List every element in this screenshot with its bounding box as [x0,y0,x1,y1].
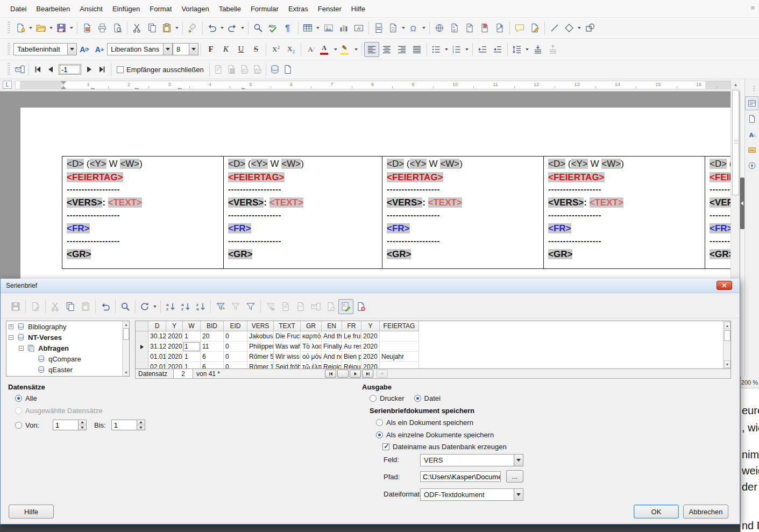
decrease-indent-icon[interactable] [490,42,505,57]
collapse-icon[interactable]: − [9,335,13,340]
chevron-down-icon[interactable] [402,27,405,29]
scroll-up-icon[interactable]: ▲ [724,322,730,329]
grid-cell[interactable]: Römer 1: [247,362,274,369]
checkbox-icon[interactable] [117,66,124,73]
scroll-up-icon[interactable]: ▲ [123,322,129,328]
chevron-down-icon[interactable] [422,27,425,29]
standard-filter-icon[interactable] [243,299,258,314]
clone-formatting-icon[interactable] [185,20,200,36]
record-number[interactable]: 2 [174,369,193,378]
grid-corner[interactable] [136,321,148,331]
radio-file-icon[interactable] [414,395,421,402]
scroll-up-icon[interactable]: ▲ [732,81,739,88]
template-table-cell[interactable]: <D> (<Y> W <W>)<FEIERTAG>---------------… [544,157,705,269]
grid-cell[interactable]: 6 [201,362,224,369]
tree-scrollbar[interactable]: ▲ ▼ [122,321,129,376]
help-button[interactable]: Hilfe [9,505,54,519]
chevron-down-icon[interactable] [29,27,32,29]
undo-icon[interactable] [98,299,113,314]
template-table-cell[interactable]: <D> (<Y> W <W>)<FEIERTAG>---------------… [224,157,382,269]
grid-cell[interactable]: οὐ μόν [301,352,322,362]
grid-cell[interactable] [380,331,419,342]
menu-einfgen[interactable]: Einfügen [108,3,145,15]
grid-cell[interactable]: 2020 [361,342,380,352]
chevron-down-icon[interactable] [175,27,179,29]
tree-item-abfragen[interactable]: −Abfragen [6,343,129,353]
grid-cell[interactable]: 0 [224,342,247,352]
cross-reference-icon[interactable] [492,20,507,36]
tab-stop-selector[interactable]: L [3,81,12,89]
refresh-icon[interactable] [138,299,158,314]
radio-individual-documents[interactable]: Als einzelne Dokumente speichern [376,431,494,439]
scrollbar-thumb[interactable] [732,90,739,195]
grid-cell[interactable]: τῷ ἐλπ [301,362,322,369]
formatting-marks-icon[interactable]: ¶ [281,20,296,36]
close-document-icon[interactable] [353,299,368,314]
chevron-down-icon[interactable] [221,27,224,29]
row-handle[interactable] [136,331,148,342]
menubar-options-icon[interactable]: ≡ [750,4,755,12]
line-spacing-icon[interactable] [510,42,530,57]
checkbox-icon[interactable] [382,443,389,450]
path-input[interactable] [420,471,501,482]
print-preview-icon[interactable] [110,20,125,36]
align-left-icon[interactable] [364,42,379,57]
chevron-down-icon[interactable] [163,44,172,55]
align-justify-icon[interactable] [409,42,424,57]
tab-stop-marker[interactable] [91,88,95,89]
menu-ansicht[interactable]: Ansicht [75,3,108,15]
tab-stop-marker[interactable] [242,88,245,89]
grid-cell[interactable] [380,342,419,352]
spelling-icon[interactable]: Abc [266,20,281,36]
column-header-eid[interactable]: EID [224,321,247,331]
insert-textbox-icon[interactable]: A [351,20,366,36]
toolbar-grip[interactable] [8,22,10,34]
grid-cell[interactable]: Rejoici [322,362,342,369]
radio-from-icon[interactable] [15,422,22,429]
chevron-down-icon[interactable] [514,455,523,466]
menu-formular[interactable]: Formular [246,3,283,15]
previous-record-icon[interactable] [44,63,57,76]
page-break-icon[interactable] [371,20,386,36]
grid-cell[interactable]: 2020 [361,331,380,342]
collapse-icon[interactable]: − [19,346,24,351]
insert-table-icon[interactable] [301,20,321,36]
tab-stop-marker[interactable] [178,88,182,89]
chevron-down-icon[interactable] [153,306,157,308]
grid-cell[interactable]: 2020 [166,352,183,362]
grid-cell[interactable]: 6 [201,352,224,362]
browse-button[interactable]: ... [506,470,523,483]
grid-cell[interactable]: Seid fröh [274,362,301,369]
para-space-increase-icon[interactable] [530,42,545,57]
ordered-list-icon[interactable]: 123 [450,42,470,57]
grid-cell[interactable]: 31.12 [148,342,166,352]
first-record-icon[interactable] [31,63,44,76]
file-format-combobox[interactable]: ODF-Textdokument [420,488,523,501]
menu-fenster[interactable]: Fenster [313,3,346,15]
align-right-icon[interactable] [394,42,409,57]
template-table-cell[interactable]: <D> (<Y> W <W>)<FEIERTAG>---------------… [705,157,732,269]
insert-chart-icon[interactable] [336,20,351,36]
row-handle[interactable] [136,342,148,352]
strikethrough-icon[interactable]: S [249,42,264,57]
column-header-text[interactable]: TEXT [274,321,301,331]
from-record-stepper[interactable] [53,420,87,430]
insert-endnote-icon[interactable]: i [462,20,477,36]
insert-footnote-icon[interactable]: 1 [447,20,462,36]
font-color-icon[interactable]: A [318,42,339,57]
highlight-color-icon[interactable]: ✎ [339,42,359,57]
grid-cell[interactable]: 1 [183,362,201,369]
grid-cell[interactable]: Finally, [322,342,342,352]
find-replace-icon[interactable] [251,20,266,36]
column-header-gr[interactable]: GR [301,321,322,331]
undo-icon[interactable] [205,20,225,36]
field-combobox[interactable]: VERS [420,454,523,466]
grid-cell[interactable]: 01.01 [148,352,166,362]
column-header-en[interactable]: EN [322,321,342,331]
find-record-icon[interactable] [118,299,133,314]
page-icon[interactable] [745,112,758,126]
radio-from-to[interactable]: Von: Bis: [15,420,145,430]
chevron-down-icon[interactable] [514,489,523,500]
grid-cell[interactable]: Neujahr [380,352,419,362]
data-grid[interactable]: DYWBIDEIDVERSTEXTGRENFRYFEIERTAG30.12202… [135,321,731,369]
